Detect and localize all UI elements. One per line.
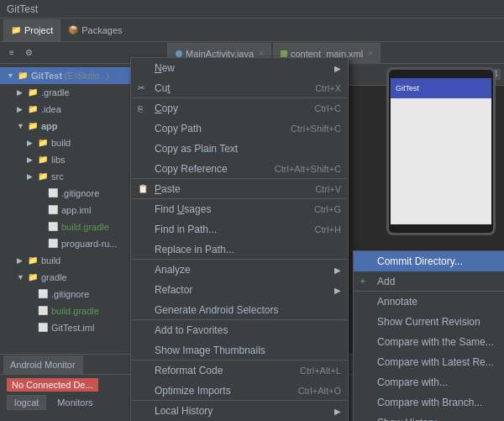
git-sub-item-compare-with[interactable]: Compare with...	[354, 372, 504, 392]
sub-text-compare-with: Compare with...	[377, 376, 504, 388]
sub-text-show-history: Show History	[377, 417, 504, 421]
menu-text-optimize: Optimize Imports	[155, 385, 281, 397]
menu-text-find-usages: Find Usages	[155, 203, 297, 215]
menu-text-refactor: Refactor	[155, 284, 334, 296]
menu-item-copy-path[interactable]: Copy Path Ctrl+Shift+C	[131, 118, 348, 139]
menu-text-copy: Copy	[155, 103, 298, 114]
menu-item-cut[interactable]: ✂ Cut Ctrl+X	[131, 78, 348, 98]
menu-item-refactor[interactable]: Refactor ▶	[131, 280, 348, 300]
menu-text-paste: Paste	[155, 183, 298, 195]
context-menu: New ▶ ✂ Cut Ctrl+X ⎘ Copy Ctrl+C Copy Pa…	[130, 57, 349, 421]
git-sub-item-add[interactable]: + Add	[354, 271, 504, 292]
menu-item-find-path[interactable]: Find in Path... Ctrl+H	[131, 219, 348, 239]
menu-arrow-local-history: ▶	[334, 407, 341, 416]
menu-text-find-path: Find in Path...	[155, 224, 298, 235]
menu-arrow-analyze: ▶	[334, 266, 341, 275]
menu-item-optimize[interactable]: Optimize Imports Ctrl+Alt+O	[131, 381, 348, 401]
menu-item-replace-path[interactable]: Replace in Path...	[131, 239, 348, 260]
menu-arrow-new: ▶	[334, 64, 341, 73]
git-sub-item-compare-branch[interactable]: Compare with Branch...	[354, 392, 504, 413]
sub-text-add: Add	[377, 276, 504, 287]
menu-text-gen-selectors: Generate Android Selectors	[155, 304, 341, 316]
menu-shortcut-find-usages: Ctrl+G	[314, 204, 341, 214]
sub-text-commit: Commit Directory...	[377, 255, 504, 267]
menu-item-copy-ref[interactable]: Copy Reference Ctrl+Alt+Shift+C	[131, 159, 348, 179]
menu-shortcut-reformat: Ctrl+Alt+L	[300, 366, 341, 376]
git-sub-item-commit[interactable]: Commit Directory...	[354, 251, 504, 271]
menu-item-copy[interactable]: ⎘ Copy Ctrl+C	[131, 98, 348, 118]
menu-text-analyze: Analyze	[155, 264, 334, 276]
menu-shortcut-copy-path: Ctrl+Shift+C	[291, 124, 341, 134]
git-sub-item-show-current[interactable]: Show Current Revision	[354, 312, 504, 332]
menu-item-new[interactable]: New ▶	[131, 58, 348, 78]
menu-item-thumbnails[interactable]: Show Image Thumbnails	[131, 340, 348, 360]
menu-icon-paste: 📋	[138, 184, 155, 193]
menu-item-reformat[interactable]: Reformat Code Ctrl+Alt+L	[131, 360, 348, 381]
menu-text-copy-path: Copy Path	[155, 123, 274, 134]
menu-shortcut-copy: Ctrl+C	[315, 103, 341, 113]
menu-item-gen-selectors[interactable]: Generate Android Selectors	[131, 300, 348, 320]
menu-item-find-usages[interactable]: Find Usages Ctrl+G	[131, 199, 348, 219]
menu-shortcut-cut: Ctrl+X	[315, 83, 341, 93]
menu-shortcut-copy-ref: Ctrl+Alt+Shift+C	[275, 164, 341, 174]
menu-item-add-favorites[interactable]: Add to Favorites	[131, 320, 348, 340]
sub-text-compare-branch: Compare with Branch...	[377, 397, 504, 408]
sub-icon-add: +	[360, 276, 377, 286]
git-sub-item-compare-same[interactable]: Compare with the Same...	[354, 332, 504, 352]
menu-shortcut-optimize: Ctrl+Alt+O	[298, 386, 341, 396]
sub-text-annotate: Annotate	[377, 296, 504, 308]
sub-text-compare-same: Compare with the Same...	[377, 336, 504, 348]
git-sub-item-compare-latest[interactable]: Compare with Latest Re...	[354, 352, 504, 372]
menu-text-replace-path: Replace in Path...	[155, 244, 341, 255]
menu-item-copy-plain[interactable]: Copy as Plain Text	[131, 139, 348, 159]
git-sub-item-show-history[interactable]: Show History	[354, 413, 504, 421]
menu-arrow-refactor: ▶	[334, 286, 341, 295]
git-sub-menu: Commit Directory... + Add Annotate Show …	[353, 250, 504, 421]
git-sub-item-annotate[interactable]: Annotate	[354, 292, 504, 312]
menu-icon-copy: ⎘	[138, 104, 155, 113]
menu-item-local-history[interactable]: Local History ▶	[131, 401, 348, 421]
menu-text-cut: Cut	[155, 82, 298, 94]
menu-text-copy-ref: Copy Reference	[155, 163, 258, 175]
menu-item-paste[interactable]: 📋 Paste Ctrl+V	[131, 179, 348, 199]
context-menu-overlay: New ▶ ✂ Cut Ctrl+X ⎘ Copy Ctrl+C Copy Pa…	[0, 0, 504, 421]
menu-shortcut-find-path: Ctrl+H	[315, 224, 341, 234]
menu-text-local-history: Local History	[155, 405, 334, 417]
menu-text-copy-plain: Copy as Plain Text	[155, 143, 341, 155]
menu-shortcut-paste: Ctrl+V	[315, 184, 341, 194]
menu-icon-cut: ✂	[138, 83, 155, 92]
menu-item-analyze[interactable]: Analyze ▶	[131, 260, 348, 280]
menu-text-new: New	[155, 62, 334, 74]
sub-text-compare-latest: Compare with Latest Re...	[377, 356, 504, 368]
menu-text-add-favorites: Add to Favorites	[155, 324, 341, 336]
sub-text-show-current: Show Current Revision	[377, 316, 504, 328]
menu-text-thumbnails: Show Image Thumbnails	[155, 345, 341, 356]
menu-text-reformat: Reformat Code	[155, 365, 283, 376]
